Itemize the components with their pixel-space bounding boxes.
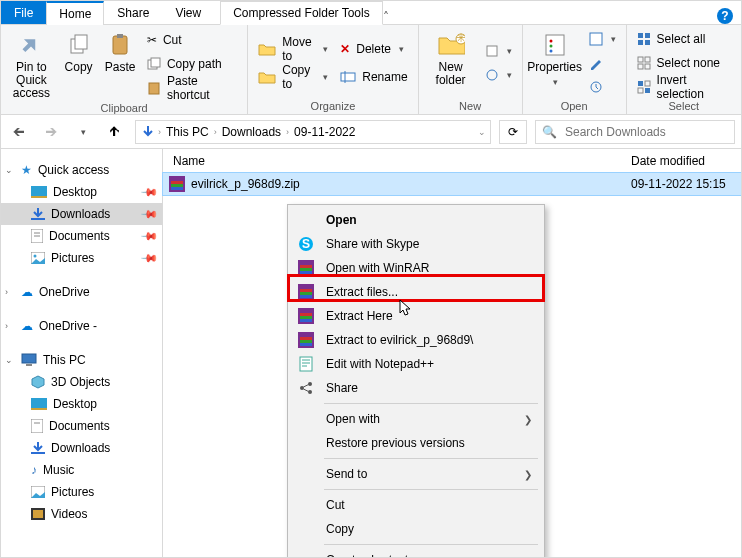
svg-text:✳: ✳ xyxy=(456,33,465,45)
nav-back-button[interactable]: 🡨 xyxy=(7,120,31,144)
history-button[interactable] xyxy=(585,76,620,98)
ctx-open-winrar[interactable]: Open with WinRAR xyxy=(290,256,542,280)
properties-button[interactable]: Properties▾ xyxy=(529,27,581,98)
search-input[interactable] xyxy=(563,124,728,140)
ctx-extract-files[interactable]: Extract files... xyxy=(290,280,542,304)
paste-shortcut-button[interactable]: Paste shortcut xyxy=(143,77,241,99)
edit-icon xyxy=(589,56,603,70)
tab-compressed-tools[interactable]: Compressed Folder Tools xyxy=(220,1,383,25)
ctx-edit-notepad[interactable]: Edit with Notepad++ xyxy=(290,352,542,376)
notepadpp-icon xyxy=(296,356,316,372)
svg-rect-2 xyxy=(113,36,127,54)
chevron-right-icon[interactable]: › xyxy=(286,127,289,137)
file-row[interactable]: evilrick_p_968d9.zip 09-11-2022 15:15 xyxy=(163,173,741,195)
tree-downloads-2[interactable]: Downloads xyxy=(1,437,162,459)
crumb-downloads[interactable]: Downloads xyxy=(219,125,284,139)
paste-button[interactable]: Paste xyxy=(101,27,139,100)
address-bar: 🡨 🡪 ▾ 🡩 › This PC › Downloads › 09-11-20… xyxy=(1,115,741,149)
tree-desktop[interactable]: Desktop📌 xyxy=(1,181,162,203)
tree-this-pc[interactable]: ⌄This PC xyxy=(1,349,162,371)
refresh-button[interactable]: ⟳ xyxy=(499,120,527,144)
tab-file[interactable]: File xyxy=(1,0,46,24)
tree-music[interactable]: ♪Music xyxy=(1,459,162,481)
ctx-restore-versions[interactable]: Restore previous versions xyxy=(290,431,542,455)
chevron-down-icon[interactable]: ⌄ xyxy=(478,127,486,137)
svg-rect-26 xyxy=(645,64,650,69)
chevron-right-icon: ❯ xyxy=(524,414,532,425)
breadcrumb[interactable]: › This PC › Downloads › 09-11-2022 ⌄ xyxy=(135,120,491,144)
tab-share[interactable]: Share xyxy=(104,0,162,24)
nav-up-button[interactable]: 🡩 xyxy=(103,120,127,144)
ctx-share[interactable]: Share xyxy=(290,376,542,400)
svg-rect-50 xyxy=(171,181,183,184)
ribbon-group-organize: Move to▾ Copy to▾ ✕Delete▾ Rename Organi… xyxy=(248,25,418,114)
easy-access-button[interactable]: ▾ xyxy=(481,64,516,86)
ribbon-group-label: New xyxy=(425,98,516,114)
ctx-extract-to[interactable]: Extract to evilrick_p_968d9\ xyxy=(290,328,542,352)
select-none-button[interactable]: Select none xyxy=(633,52,735,74)
downloads-icon xyxy=(31,441,45,455)
select-all-button[interactable]: Select all xyxy=(633,28,735,50)
pin-icon: 📌 xyxy=(139,248,158,267)
svg-point-73 xyxy=(308,382,312,386)
tree-3d-objects[interactable]: 3D Objects xyxy=(1,371,162,393)
navigation-pane[interactable]: ⌄★Quick access Desktop📌 Downloads📌 Docum… xyxy=(1,149,163,558)
chevron-right-icon[interactable]: › xyxy=(214,127,217,137)
tree-documents[interactable]: Documents📌 xyxy=(1,225,162,247)
move-to-button[interactable]: Move to▾ xyxy=(254,38,332,60)
column-name[interactable]: Name xyxy=(163,154,631,168)
ctx-cut[interactable]: Cut xyxy=(290,493,542,517)
nav-forward-button[interactable]: 🡪 xyxy=(39,120,63,144)
svg-rect-19 xyxy=(638,33,643,38)
pin-to-quick-access-button[interactable]: Pin to Quick access xyxy=(7,27,56,100)
tree-quick-access[interactable]: ⌄★Quick access xyxy=(1,159,162,181)
svg-rect-57 xyxy=(300,268,312,271)
chevron-down-icon: ▾ xyxy=(323,44,328,54)
edit-button[interactable] xyxy=(585,52,620,74)
ctx-send-to[interactable]: Send to❯ xyxy=(290,462,542,486)
chevron-right-icon[interactable]: › xyxy=(158,127,161,137)
rename-button[interactable]: Rename xyxy=(336,66,411,88)
tree-onedrive-2[interactable]: ›☁OneDrive - xyxy=(1,315,162,337)
help-icon[interactable]: ? xyxy=(717,8,733,24)
svg-rect-21 xyxy=(638,40,643,45)
svg-rect-23 xyxy=(638,57,643,62)
svg-rect-22 xyxy=(645,40,650,45)
ctx-open[interactable]: Open xyxy=(290,208,542,232)
open-button[interactable]: ▾ xyxy=(585,28,620,50)
copy-path-button[interactable]: Copy path xyxy=(143,53,241,75)
star-icon: ★ xyxy=(21,163,32,177)
delete-button[interactable]: ✕Delete▾ xyxy=(336,38,411,60)
ribbon-collapse-icon[interactable]: ˄ xyxy=(383,10,389,24)
tree-documents-2[interactable]: Documents xyxy=(1,415,162,437)
tab-home[interactable]: Home xyxy=(46,1,104,25)
copy-to-button[interactable]: Copy to▾ xyxy=(254,66,332,88)
ctx-copy[interactable]: Copy xyxy=(290,517,542,541)
new-folder-icon: ✳ xyxy=(437,31,465,59)
crumb-this-pc[interactable]: This PC xyxy=(163,125,212,139)
pin-icon: 📌 xyxy=(139,204,158,223)
tree-onedrive[interactable]: ›☁OneDrive xyxy=(1,281,162,303)
column-date[interactable]: Date modified xyxy=(631,154,741,168)
ctx-open-with[interactable]: Open with❯ xyxy=(290,407,542,431)
tree-downloads[interactable]: Downloads📌 xyxy=(1,203,162,225)
nav-recent-button[interactable]: ▾ xyxy=(71,120,95,144)
tree-pictures-2[interactable]: Pictures xyxy=(1,481,162,503)
new-item-button[interactable]: ▾ xyxy=(481,40,516,62)
ctx-share-skype[interactable]: SShare with Skype xyxy=(290,232,542,256)
cube-icon xyxy=(31,375,45,389)
ctx-extract-here[interactable]: Extract Here xyxy=(290,304,542,328)
copy-button[interactable]: Copy xyxy=(60,27,98,100)
column-headers[interactable]: Name Date modified xyxy=(163,149,741,173)
tab-view[interactable]: View xyxy=(162,0,214,24)
ctx-create-shortcut[interactable]: Create shortcut xyxy=(290,548,542,558)
ribbon-group-label: Clipboard xyxy=(7,100,241,116)
cut-button[interactable]: ✂Cut xyxy=(143,29,241,51)
crumb-current-folder[interactable]: 09-11-2022 xyxy=(291,125,358,139)
new-folder-button[interactable]: ✳ New folder xyxy=(425,27,477,98)
search-box[interactable]: 🔍 xyxy=(535,120,735,144)
tree-pictures[interactable]: Pictures📌 xyxy=(1,247,162,269)
tree-desktop-2[interactable]: Desktop xyxy=(1,393,162,415)
invert-selection-button[interactable]: Invert selection xyxy=(633,76,735,98)
tree-videos[interactable]: Videos xyxy=(1,503,162,525)
